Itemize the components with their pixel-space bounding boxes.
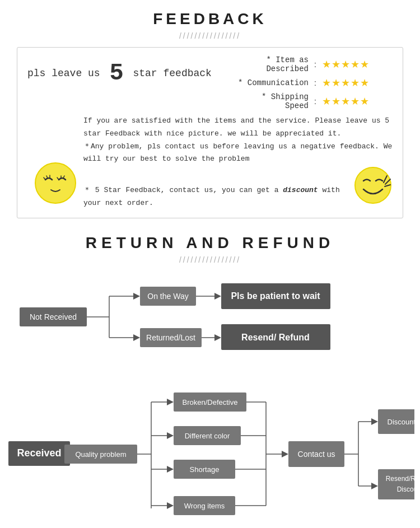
- svg-marker-43: [167, 399, 174, 405]
- rating-label-described: * Item as Described: [236, 55, 309, 73]
- svg-text:On the Way: On the Way: [147, 292, 188, 301]
- rating-label-communication: * Communication: [236, 78, 309, 87]
- svg-text:Shortage: Shortage: [190, 465, 220, 474]
- svg-marker-17: [133, 293, 140, 300]
- stars-described: ★★★★★: [322, 58, 370, 71]
- top-flowchart-svg: Not Received On the Way Returned/Lost Pl…: [17, 277, 403, 361]
- stars-communication: ★★★★★: [322, 77, 370, 89]
- svg-marker-26: [214, 334, 221, 341]
- feedback-body-area: If you are satisfied with the items and …: [27, 115, 393, 210]
- feedback-divider: ////////////////: [17, 31, 403, 40]
- svg-text:Resend/ Refund: Resend/ Refund: [241, 333, 310, 342]
- smiley-sleeping: [33, 161, 78, 208]
- svg-point-0: [35, 163, 76, 203]
- feedback-section: FEEDBACK //////////////// pls leave us 5…: [0, 0, 420, 224]
- svg-marker-61: [282, 451, 288, 457]
- body-line2: ＊Any problem, pls contact us before leav…: [83, 142, 392, 163]
- received-flowchart: Received Quality problem Broken/Defectiv…: [0, 374, 420, 528]
- feedback-title: FEEDBACK: [17, 10, 403, 28]
- bottom-flowchart-svg: Received Quality problem Broken/Defectiv…: [6, 374, 414, 528]
- svg-marker-45: [167, 466, 174, 473]
- headline-pre: pls leave us: [27, 68, 100, 79]
- feedback-ratings: * Item as Described : ★★★★★ * Communicat…: [236, 55, 393, 110]
- refund-section: RETURN AND REFUND ////////////////: [0, 224, 420, 277]
- svg-text:Discount/Gifts: Discount/Gifts: [388, 418, 414, 426]
- svg-marker-68: [371, 418, 378, 425]
- body-line3: ＊ 5 Star Feedback, contact us, you can g…: [83, 184, 348, 210]
- svg-point-7: [355, 167, 391, 203]
- body-line1: If you are satisfied with the items and …: [83, 116, 389, 138]
- headline-post: star feedback: [133, 68, 211, 79]
- svg-text:Returned/Lost: Returned/Lost: [146, 333, 195, 342]
- rating-item-communication: * Communication : ★★★★★: [236, 77, 370, 89]
- svg-text:Quality problem: Quality problem: [75, 450, 126, 459]
- svg-marker-69: [371, 483, 378, 489]
- feedback-headline: pls leave us 5 star feedback: [27, 55, 212, 87]
- svg-text:Wrong items: Wrong items: [184, 502, 225, 510]
- not-received-flowchart: Not Received On the Way Returned/Lost Pl…: [0, 277, 420, 363]
- body-last-line-area: ＊ 5 Star Feedback, contact us, you can g…: [83, 166, 393, 210]
- svg-text:Received: Received: [17, 447, 61, 459]
- svg-text:Contact us: Contact us: [298, 450, 335, 459]
- refund-title: RETURN AND REFUND: [17, 234, 403, 252]
- svg-marker-46: [167, 502, 174, 509]
- refund-divider: ////////////////: [17, 255, 403, 264]
- svg-marker-18: [133, 334, 140, 341]
- svg-marker-44: [167, 432, 174, 439]
- headline-num: 5: [109, 60, 123, 87]
- svg-text:Different color: Different color: [185, 432, 230, 440]
- svg-marker-24: [214, 293, 221, 300]
- feedback-box: pls leave us 5 star feedback * Item as D…: [17, 47, 403, 218]
- svg-text:Resend/Refund/: Resend/Refund/: [386, 475, 414, 483]
- svg-text:Discount: Discount: [397, 485, 414, 493]
- rating-item-shipping: * Shipping Speed : ★★★★★: [236, 92, 370, 110]
- rating-item-described: * Item as Described : ★★★★★: [236, 55, 370, 73]
- stars-shipping: ★★★★★: [322, 95, 370, 108]
- svg-rect-72: [378, 469, 414, 499]
- svg-text:Broken/Defective: Broken/Defective: [183, 398, 238, 406]
- svg-text:Not Received: Not Received: [30, 312, 77, 321]
- feedback-body-text: If you are satisfied with the items and …: [83, 115, 393, 210]
- rating-label-shipping: * Shipping Speed: [236, 92, 309, 110]
- smiley-happy: [353, 166, 393, 210]
- svg-text:Pls be patient to wait: Pls be patient to wait: [231, 291, 320, 301]
- feedback-top: pls leave us 5 star feedback * Item as D…: [27, 55, 393, 110]
